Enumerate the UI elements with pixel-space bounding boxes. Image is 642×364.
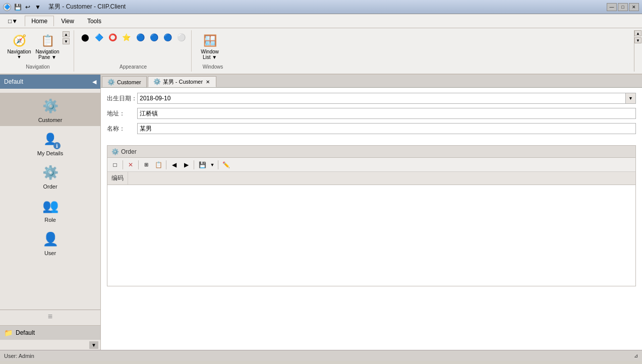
sidebar-item-mydetails-label: My Details [37, 150, 63, 156]
order-save-dropdown[interactable]: ▼ [209, 159, 216, 170]
close-button[interactable]: ✕ [629, 3, 639, 11]
order-new-btn[interactable]: □ [109, 159, 121, 170]
ribbon-right-scroll-down[interactable]: ▼ [634, 37, 641, 43]
form-content: 出生日期： ▼ 地址： 名称： [101, 88, 642, 350]
form-row-address: 地址： [107, 107, 636, 120]
appearance-icon-1[interactable]: ⬤ [79, 31, 91, 43]
navigation-pane-button[interactable]: 📋 Navigation Pane ▼ [34, 31, 61, 62]
appearance-icon-8[interactable]: ⚪ [175, 31, 187, 43]
navigation-button[interactable]: 🧭 Navigation ▼ [6, 31, 32, 61]
tab-bar: ⚙️ Customer ⚙️ 某男 - Customer ✕ [101, 75, 642, 88]
appearance-icons-row2: 🔵 🔵 🔵 ⚪ [134, 31, 187, 43]
tab-home[interactable]: Home [25, 16, 54, 26]
appearance-icon-4[interactable]: ⭐ [120, 31, 132, 43]
sidebar-item-role[interactable]: 👥 Role [0, 193, 100, 226]
order-prev-btn[interactable]: ◀ [168, 159, 180, 170]
sidebar-footer-label: Default [16, 329, 35, 336]
address-input[interactable] [137, 108, 636, 119]
order-save-btn[interactable]: 💾 [196, 159, 209, 170]
tab-tools[interactable]: Tools [81, 16, 107, 26]
role-icon: 👥 [40, 196, 61, 216]
tab-customer-list-icon: ⚙️ [107, 79, 115, 86]
undo-quick-btn[interactable]: ↩ [23, 3, 32, 12]
minimize-button[interactable]: — [607, 3, 617, 11]
user-icon: 👤 [40, 229, 61, 249]
appearance-icon-2[interactable]: 🔷 [93, 31, 105, 43]
maximize-button[interactable]: □ [618, 3, 628, 11]
order-save-group: 💾 ▼ [196, 159, 216, 170]
sidebar-items: ⚙️ Customer 👤 ℹ My Details ⚙️ Order 👥 Ro… [0, 89, 100, 310]
order-section-icon: ⚙️ [111, 148, 119, 155]
sidebar-item-order[interactable]: ⚙️ Order [0, 159, 100, 193]
appearance-icon-5[interactable]: 🔵 [134, 31, 146, 43]
sidebar-footer: 📁 Default [0, 325, 100, 340]
content-area: ⚙️ Customer ⚙️ 某男 - Customer ✕ 出生日期： ▼ [101, 75, 642, 350]
tab-close-btn[interactable]: ✕ [205, 79, 211, 85]
quick-access-dropdown[interactable]: ▼ [33, 3, 42, 12]
order-next-btn[interactable]: ▶ [181, 159, 192, 170]
order-delete-btn[interactable]: ✕ [125, 159, 136, 170]
ribbon-group-appearance: ⬤ 🔷 ⭕ ⭐ 🔵 🔵 🔵 ⚪ Appearance [75, 30, 192, 72]
sidebar-item-customer[interactable]: ⚙️ Customer [0, 93, 100, 126]
tab-customer-list[interactable]: ⚙️ Customer [102, 76, 147, 87]
appearance-icon-6[interactable]: 🔵 [148, 31, 160, 43]
app-icon: 🔷 [3, 3, 11, 11]
appearance-icon-7[interactable]: 🔵 [161, 31, 173, 43]
resize-handle[interactable]: ⊿ [634, 353, 638, 358]
status-user: User: Admin [4, 353, 34, 359]
navigation-dropdown-icon: ▼ [17, 54, 22, 59]
birthdate-dropdown-btn[interactable]: ▼ [626, 93, 636, 104]
order-paste-btn[interactable]: 📋 [153, 159, 164, 170]
sidebar-dropdown-btn[interactable]: ▼ [89, 341, 98, 349]
toolbar-sep-2 [138, 160, 139, 169]
birthdate-label: 出生日期： [107, 94, 137, 103]
tab-quick-access[interactable]: □▼ [2, 16, 24, 26]
tab-customer-detail-icon: ⚙️ [153, 78, 161, 85]
tab-customer-list-label: Customer [117, 79, 141, 85]
sidebar-item-user[interactable]: 👤 User [0, 226, 100, 259]
save-quick-btn[interactable]: 💾 [13, 3, 22, 12]
ribbon-scroll-up[interactable]: ▲ [63, 31, 70, 37]
sidebar-item-mydetails[interactable]: 👤 ℹ My Details [0, 126, 100, 159]
order-table: 编码 [107, 172, 635, 286]
birthdate-input[interactable] [137, 93, 626, 104]
appearance-icons-row1: ⬤ 🔷 ⭕ ⭐ [79, 31, 132, 43]
form-row-birthdate: 出生日期： ▼ [107, 92, 636, 105]
order-copy-btn[interactable]: ⊞ [141, 159, 152, 170]
toolbar-sep-3 [166, 160, 166, 169]
sidebar-header: Default ◀ [0, 75, 100, 89]
tab-customer-detail[interactable]: ⚙️ 某男 - Customer ✕ [148, 76, 216, 87]
order-sub-section: ⚙️ Order □ ✕ ⊞ 📋 ◀ ▶ 💾 ▼ [107, 145, 636, 286]
form-section: 出生日期： ▼ 地址： 名称： [101, 88, 642, 141]
sidebar-item-customer-label: Customer [38, 117, 63, 123]
form-row-name: 名称： [107, 122, 636, 135]
ribbon-scroll-more[interactable]: ▼ [63, 38, 70, 44]
ribbon-right-scroll-up[interactable]: ▲ [634, 30, 641, 36]
sidebar-item-role-label: Role [44, 217, 56, 223]
appearance-icon-3[interactable]: ⭕ [106, 31, 119, 43]
sidebar-footer-default[interactable]: 📁 Default [0, 326, 100, 340]
sidebar: Default ◀ ⚙️ Customer 👤 ℹ My Details ⚙️ … [0, 75, 101, 350]
navigation-pane-label2: Pane ▼ [38, 54, 56, 60]
order-toolbar: □ ✕ ⊞ 📋 ◀ ▶ 💾 ▼ ✏️ [107, 158, 635, 172]
name-label: 名称： [107, 125, 137, 133]
tab-view[interactable]: View [55, 16, 80, 26]
toolbar-sep-5 [218, 160, 218, 169]
sidebar-dropdown-area: ▼ [0, 340, 100, 350]
navigation-group-label: Navigation [2, 64, 74, 70]
navigation-icon: 🧭 [11, 33, 27, 49]
sidebar-collapse-btn[interactable]: ◀ [92, 79, 96, 85]
ribbon-content: 🧭 Navigation ▼ 📋 Navigation Pane ▼ ▲ ▼ [0, 28, 642, 74]
order-edit-btn[interactable]: ✏️ [220, 159, 231, 170]
navigation-btn-label: Navigation [7, 49, 31, 54]
order-col-code: 编码 [107, 172, 128, 185]
order-icon: ⚙️ [40, 162, 61, 183]
order-table-body [107, 185, 635, 286]
folder-icon: 📁 [4, 329, 13, 337]
name-input[interactable] [137, 123, 636, 134]
birthdate-input-wrapper: ▼ [137, 93, 636, 104]
window-list-button[interactable]: 🪟 Window List ▼ [197, 31, 223, 62]
toolbar-sep-1 [123, 160, 123, 169]
order-section-header: ⚙️ Order [107, 146, 635, 158]
toolbar-sep-4 [194, 160, 194, 169]
